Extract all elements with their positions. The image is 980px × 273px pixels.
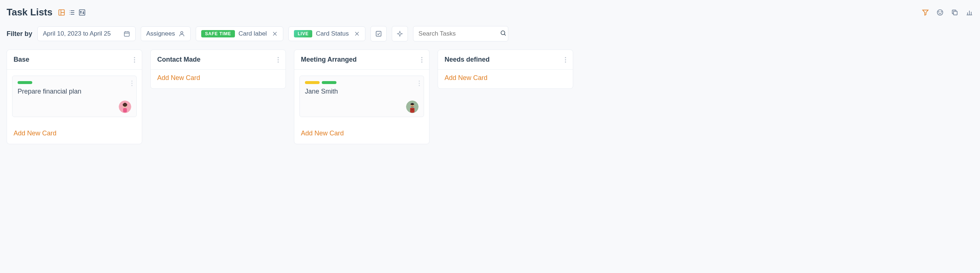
card-menu-icon[interactable] [131, 80, 133, 88]
board-column: Contact MadeAdd New Card [150, 49, 286, 89]
card-label-yellow [305, 81, 320, 84]
search-input[interactable] [418, 30, 496, 37]
live-badge: LIVE [294, 30, 312, 37]
svg-point-57 [565, 57, 566, 58]
svg-point-59 [565, 61, 566, 62]
share-icon[interactable] [936, 8, 944, 16]
svg-point-11 [81, 11, 82, 12]
svg-point-52 [419, 85, 420, 86]
close-icon[interactable] [354, 31, 360, 37]
card-footer [18, 101, 131, 113]
column-body: Jane Smith [294, 70, 429, 125]
svg-point-46 [278, 61, 279, 62]
header-actions [921, 8, 974, 16]
column-menu-icon[interactable] [134, 57, 135, 63]
board-column: Meeting ArrangedJane SmithAdd New Card [294, 49, 430, 144]
svg-rect-43 [123, 108, 127, 112]
column-menu-icon[interactable] [565, 57, 566, 63]
card-label-text: Card label [239, 30, 267, 37]
assignees-label: Assignees [146, 30, 175, 37]
svg-rect-32 [376, 31, 381, 36]
date-range-filter[interactable] [37, 26, 135, 41]
board-view-icon[interactable] [57, 8, 65, 16]
card-labels [305, 81, 418, 84]
card-title: Prepare financial plan [18, 88, 131, 96]
svg-rect-56 [411, 109, 414, 110]
svg-marker-14 [923, 10, 928, 15]
page-header: Task Lists [6, 6, 974, 18]
chart-icon[interactable] [965, 8, 974, 16]
svg-rect-9 [80, 10, 85, 15]
funnel-icon[interactable] [921, 8, 929, 16]
column-menu-icon[interactable] [421, 57, 423, 63]
column-header: Needs defined [438, 50, 573, 70]
svg-point-36 [134, 59, 135, 60]
card-labels [18, 81, 131, 84]
add-card-button[interactable]: Add New Card [294, 125, 429, 144]
safe-time-badge: SAFE TIME [201, 30, 235, 37]
checkbox-filter-icon[interactable] [371, 26, 387, 42]
sparkle-filter-icon[interactable] [392, 26, 408, 42]
column-menu-icon[interactable] [277, 57, 279, 63]
svg-point-47 [422, 57, 423, 58]
header-left: Task Lists [6, 6, 86, 18]
svg-line-34 [504, 34, 506, 35]
assignees-filter[interactable]: Assignees [141, 26, 191, 41]
card-footer [305, 101, 418, 113]
copy-icon[interactable] [951, 8, 959, 16]
svg-point-51 [419, 83, 420, 84]
svg-point-50 [419, 81, 420, 82]
svg-point-45 [278, 59, 279, 60]
add-card-button[interactable]: Add New Card [151, 70, 285, 88]
column-header: Base [7, 50, 142, 70]
column-header: Meeting Arranged [294, 50, 429, 70]
card-label-green [322, 81, 336, 84]
add-card-button[interactable]: Add New Card [438, 70, 573, 88]
card-title: Jane Smith [305, 88, 418, 96]
svg-point-39 [132, 83, 133, 84]
card-label-green [18, 81, 32, 84]
task-card[interactable]: Prepare financial plan [12, 76, 137, 117]
list-view-icon[interactable] [68, 8, 76, 16]
add-card-button[interactable]: Add New Card [7, 125, 142, 144]
view-switcher [57, 8, 86, 16]
filter-bar: Filter by Assignees SAFE TIME Card label… [6, 26, 974, 42]
card-label-filter[interactable]: SAFE TIME Card label [196, 26, 283, 41]
board-column: BasePrepare financial planAdd New Card [6, 49, 142, 144]
svg-point-33 [501, 31, 505, 35]
card-menu-icon[interactable] [418, 80, 420, 88]
svg-point-16 [939, 11, 939, 12]
svg-point-58 [565, 59, 566, 60]
card-status-text: Card Status [316, 30, 349, 37]
task-card[interactable]: Jane Smith [299, 76, 424, 117]
card-status-filter[interactable]: LIVE Card Status [288, 26, 365, 41]
assignee-avatar[interactable] [119, 101, 131, 113]
svg-point-38 [132, 81, 133, 82]
svg-point-49 [422, 61, 423, 62]
close-icon[interactable] [272, 31, 278, 37]
svg-rect-18 [954, 11, 957, 15]
date-range-input[interactable] [43, 30, 120, 37]
column-body: Prepare financial plan [7, 70, 142, 125]
column-header: Contact Made [151, 50, 285, 70]
kanban-board: BasePrepare financial planAdd New CardCo… [6, 49, 974, 144]
column-title: Needs defined [445, 56, 490, 64]
column-title: Base [14, 56, 29, 64]
board-column: Needs definedAdd New Card [438, 49, 573, 89]
search-icon [500, 30, 506, 38]
svg-point-17 [941, 11, 942, 12]
calendar-icon [124, 30, 130, 37]
settings-view-icon[interactable] [78, 8, 86, 16]
person-icon [178, 30, 185, 37]
filter-label: Filter by [6, 30, 32, 38]
svg-point-35 [134, 57, 135, 58]
svg-point-48 [422, 59, 423, 60]
svg-point-37 [134, 61, 135, 62]
page-title: Task Lists [6, 6, 52, 18]
assignee-avatar[interactable] [406, 101, 418, 113]
column-title: Contact Made [157, 56, 200, 64]
search-box[interactable] [413, 26, 508, 42]
column-title: Meeting Arranged [301, 56, 356, 64]
svg-point-15 [937, 10, 943, 15]
svg-point-27 [181, 32, 183, 34]
